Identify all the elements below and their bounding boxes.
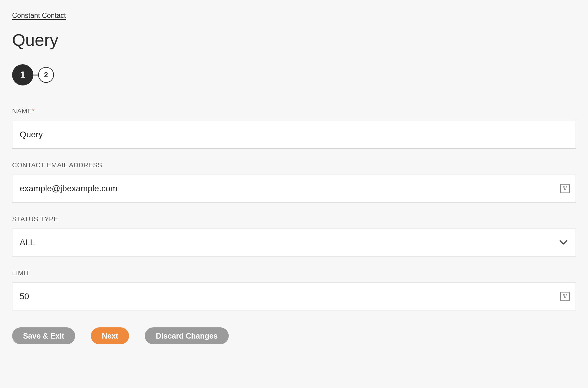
name-input[interactable] bbox=[12, 121, 576, 149]
variable-icon[interactable]: V bbox=[560, 292, 570, 301]
step-connector bbox=[33, 75, 38, 75]
field-limit: LIMIT V bbox=[12, 269, 576, 310]
next-button[interactable]: Next bbox=[91, 327, 129, 344]
breadcrumb-link[interactable]: Constant Contact bbox=[12, 12, 66, 20]
limit-label: LIMIT bbox=[12, 269, 576, 277]
status-label: STATUS TYPE bbox=[12, 215, 576, 223]
field-status: STATUS TYPE ALL bbox=[12, 215, 576, 256]
page-title: Query bbox=[12, 30, 576, 50]
field-email: CONTACT EMAIL ADDRESS V bbox=[12, 161, 576, 202]
step-1-label: 1 bbox=[20, 69, 25, 80]
stepper: 1 2 bbox=[12, 64, 576, 85]
variable-icon[interactable]: V bbox=[560, 184, 570, 193]
form: NAME* CONTACT EMAIL ADDRESS V STATUS TYP… bbox=[12, 107, 576, 344]
email-label: CONTACT EMAIL ADDRESS bbox=[12, 161, 576, 169]
save-exit-button[interactable]: Save & Exit bbox=[12, 327, 75, 344]
action-bar: Save & Exit Next Discard Changes bbox=[12, 327, 576, 344]
name-label-text: NAME bbox=[12, 107, 32, 115]
limit-input[interactable] bbox=[12, 283, 576, 310]
step-2-label: 2 bbox=[44, 71, 48, 79]
step-2[interactable]: 2 bbox=[38, 67, 54, 83]
discard-changes-button[interactable]: Discard Changes bbox=[145, 327, 228, 344]
step-1[interactable]: 1 bbox=[12, 64, 33, 85]
status-select[interactable]: ALL bbox=[12, 229, 576, 256]
status-value: ALL bbox=[20, 238, 35, 247]
name-label: NAME* bbox=[12, 107, 576, 115]
field-name: NAME* bbox=[12, 107, 576, 149]
required-mark: * bbox=[32, 107, 35, 115]
email-input[interactable] bbox=[12, 175, 576, 202]
